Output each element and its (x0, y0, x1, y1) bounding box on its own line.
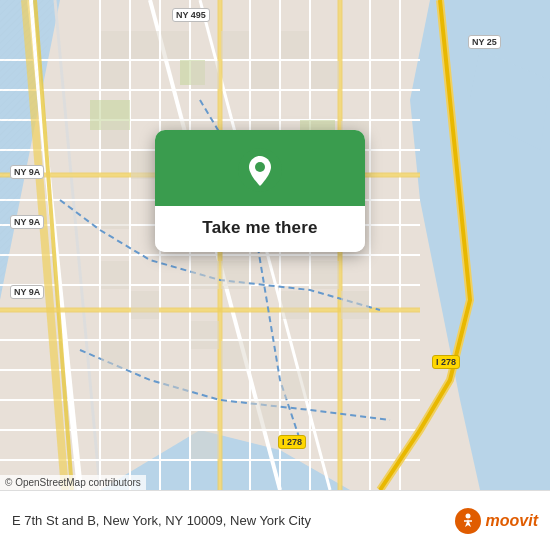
route-badge-i278-1: I 278 (432, 355, 460, 369)
svg-rect-56 (131, 291, 159, 319)
route-badge-ny9a-3: NY 9A (10, 285, 44, 299)
svg-rect-37 (161, 31, 189, 59)
card-top (155, 130, 365, 206)
svg-rect-66 (131, 401, 159, 429)
route-badge-ny9a-2: NY 9A (10, 215, 44, 229)
moovit-text: moovit (486, 512, 538, 530)
moovit-logo: moovit (454, 507, 538, 535)
svg-rect-63 (161, 371, 189, 399)
svg-rect-52 (191, 261, 219, 289)
svg-rect-42 (311, 61, 339, 89)
svg-rect-61 (341, 291, 369, 319)
svg-rect-68 (251, 401, 279, 429)
map-container: NY 495 NY 9A NY 9A NY 9A NY 25 I 278 I 2… (0, 0, 550, 490)
svg-rect-35 (131, 31, 159, 59)
take-me-there-card[interactable]: Take me there (155, 130, 365, 252)
svg-rect-67 (191, 431, 219, 459)
svg-rect-43 (101, 121, 129, 149)
svg-rect-65 (281, 371, 309, 399)
svg-rect-38 (191, 61, 219, 89)
route-badge-ny9a-1: NY 9A (10, 165, 44, 179)
bottom-address: E 7th St and B, New York, NY 10009, New … (12, 513, 444, 528)
svg-rect-36 (101, 61, 129, 89)
svg-point-71 (255, 162, 265, 172)
bottom-bar: E 7th St and B, New York, NY 10009, New … (0, 490, 550, 550)
svg-rect-60 (311, 261, 339, 289)
svg-rect-41 (281, 31, 309, 59)
svg-rect-62 (101, 341, 129, 369)
svg-rect-40 (251, 61, 279, 89)
osm-attribution: © OpenStreetMap contributors (0, 475, 146, 490)
take-me-there-label[interactable]: Take me there (155, 206, 365, 252)
svg-point-73 (465, 513, 470, 518)
svg-rect-39 (221, 31, 249, 59)
svg-rect-58 (221, 261, 249, 289)
route-badge-ny495: NY 495 (172, 8, 210, 22)
route-badge-ny25: NY 25 (468, 35, 501, 49)
svg-rect-57 (191, 321, 219, 349)
svg-rect-55 (101, 261, 129, 289)
svg-rect-64 (221, 341, 249, 369)
svg-rect-59 (281, 291, 309, 319)
location-pin-icon (238, 148, 282, 192)
moovit-icon (454, 507, 482, 535)
route-badge-i278-2: I 278 (278, 435, 306, 449)
svg-rect-34 (101, 31, 129, 59)
svg-rect-50 (101, 201, 129, 229)
